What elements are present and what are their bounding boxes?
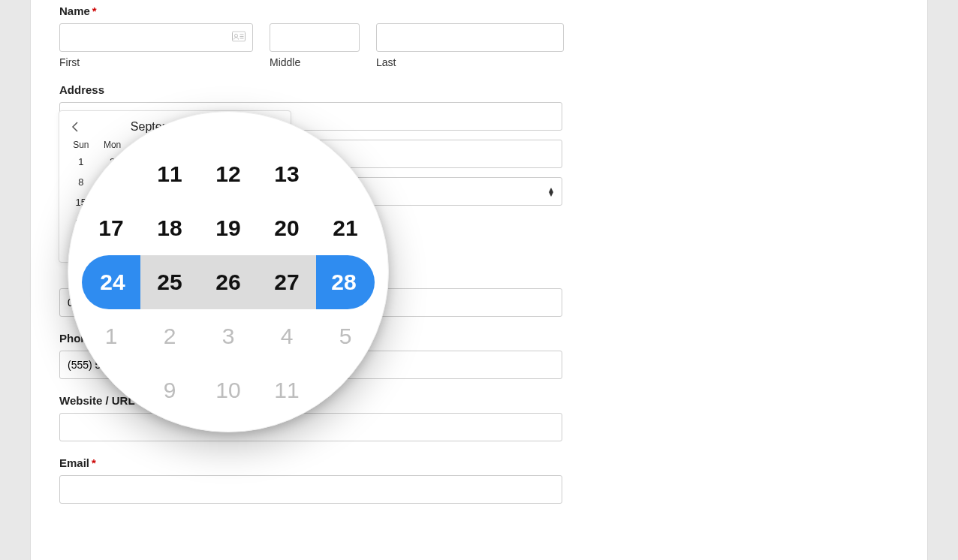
svg-point-1	[235, 35, 238, 38]
mag-day-in-range[interactable]: 26	[199, 255, 258, 309]
mag-day-other-month[interactable]: 11	[258, 363, 316, 417]
mag-day[interactable]: 17	[82, 201, 140, 255]
mag-day-other-month[interactable]: 9	[140, 363, 199, 417]
calendar-prev-button[interactable]	[67, 119, 83, 135]
mag-day[interactable]: 21	[316, 201, 375, 255]
name-label: Name*	[59, 5, 899, 17]
magnifier-grid: 11 12 13 17 18 19 20 21 24 25 26 27 28 1…	[82, 147, 375, 417]
magnifier-lens: 11 12 13 17 18 19 20 21 24 25 26 27 28 1…	[68, 111, 389, 432]
mag-day-range-start[interactable]: 24	[82, 255, 140, 309]
calendar-day[interactable]: 1	[65, 152, 97, 172]
mag-day[interactable]: 11	[140, 147, 199, 201]
middle-sublabel: Middle	[270, 56, 360, 68]
email-label: Email*	[59, 456, 899, 469]
chevron-left-icon	[71, 122, 79, 132]
mag-day-in-range[interactable]: 25	[140, 255, 199, 309]
website-input[interactable]	[59, 413, 562, 441]
first-sublabel: First	[59, 56, 253, 68]
mag-day-other-month[interactable]: 4	[258, 309, 316, 363]
last-sublabel: Last	[376, 56, 564, 68]
mag-day[interactable]: 12	[199, 147, 258, 201]
mag-day[interactable]: 20	[258, 201, 316, 255]
email-input[interactable]	[59, 475, 562, 504]
mag-day-other-month[interactable]: 10	[199, 363, 258, 417]
required-asterisk: *	[92, 5, 97, 17]
mag-day[interactable]: 18	[140, 201, 199, 255]
mag-day-other-month[interactable]: 3	[199, 309, 258, 363]
first-name-input[interactable]	[59, 23, 253, 52]
mag-day[interactable]: 19	[199, 201, 258, 255]
mag-day[interactable]: 13	[258, 147, 316, 201]
middle-name-input[interactable]	[270, 23, 360, 52]
select-caret-icon[interactable]: ▴▾	[549, 186, 553, 197]
required-asterisk: *	[92, 456, 96, 469]
mag-day-other-month[interactable]: 1	[82, 309, 140, 363]
mag-day-other-month[interactable]: 2	[140, 309, 199, 363]
last-name-input[interactable]	[376, 23, 564, 52]
contact-card-icon[interactable]	[232, 30, 246, 46]
mag-day-range-end[interactable]: 28	[316, 255, 375, 309]
mag-day-in-range[interactable]: 27	[258, 255, 316, 309]
address-label: Address	[59, 83, 899, 96]
